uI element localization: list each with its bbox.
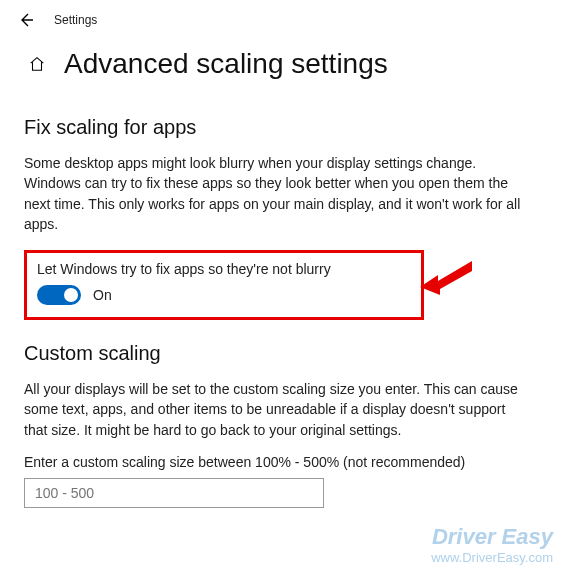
highlight-box: Let Windows try to fix apps so they're n…	[24, 250, 424, 320]
custom-scaling-input-label: Enter a custom scaling size between 100%…	[24, 454, 541, 470]
watermark: Driver Easy www.DriverEasy.com	[431, 524, 553, 565]
section-title-fix-scaling: Fix scaling for apps	[24, 116, 541, 139]
fix-blurry-toggle[interactable]	[37, 285, 81, 305]
fix-blurry-toggle-state: On	[93, 287, 112, 303]
custom-scaling-input[interactable]	[24, 478, 324, 508]
back-icon[interactable]	[18, 12, 34, 28]
page-title: Advanced scaling settings	[64, 48, 388, 80]
home-icon[interactable]	[28, 55, 46, 73]
custom-scaling-description: All your displays will be set to the cus…	[24, 379, 524, 440]
svg-marker-0	[420, 261, 472, 295]
watermark-title: Driver Easy	[431, 524, 553, 550]
fix-scaling-description: Some desktop apps might look blurry when…	[24, 153, 524, 234]
settings-label: Settings	[54, 13, 97, 27]
section-title-custom-scaling: Custom scaling	[24, 342, 541, 365]
watermark-url: www.DriverEasy.com	[431, 550, 553, 565]
annotation-arrow-icon	[420, 255, 472, 299]
fix-blurry-toggle-label: Let Windows try to fix apps so they're n…	[37, 261, 409, 277]
